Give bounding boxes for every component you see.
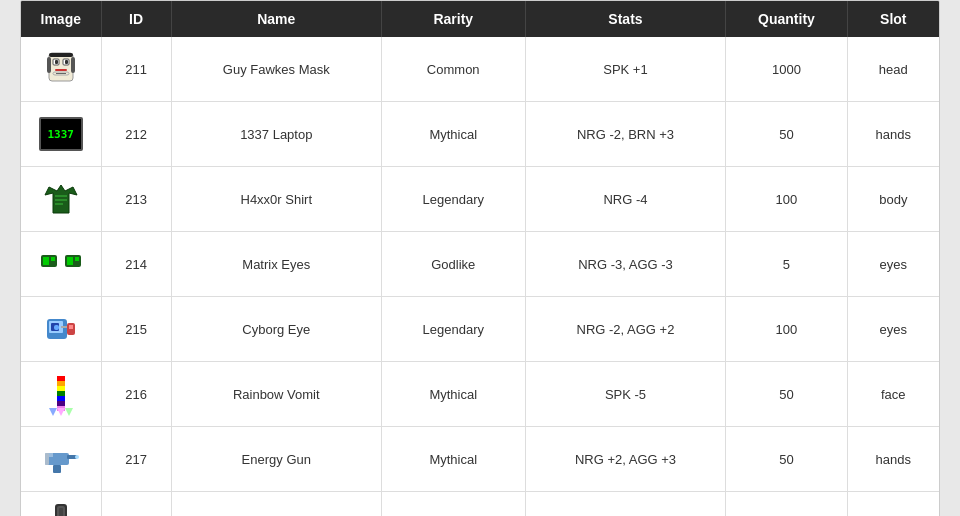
cell-image: [21, 232, 101, 297]
cell-image: 1337: [21, 102, 101, 167]
cell-id: 214: [101, 232, 171, 297]
cell-name: Guy Fawkes Mask: [171, 37, 381, 102]
cell-image: [21, 297, 101, 362]
svg-rect-10: [71, 57, 75, 73]
cell-id: 216: [101, 362, 171, 427]
col-image: Image: [21, 1, 101, 37]
cell-slot: head: [847, 37, 939, 102]
cell-rarity: Uncommon: [381, 492, 525, 517]
svg-rect-7: [56, 73, 66, 74]
table-row: 213H4xx0r ShirtLegendaryNRG -4100body: [21, 167, 939, 232]
table-row: 217Energy GunMythicalNRG +2, AGG +350han…: [21, 427, 939, 492]
svg-rect-20: [75, 257, 79, 261]
item-icon-mohawk: [37, 500, 85, 516]
cell-stats: NRG -2, AGG +2: [525, 297, 726, 362]
svg-rect-4: [65, 60, 68, 64]
cell-id: 212: [101, 102, 171, 167]
svg-rect-14: [55, 203, 63, 205]
cell-quantity: 50: [726, 102, 847, 167]
cell-rarity: Common: [381, 37, 525, 102]
cell-slot: eyes: [847, 232, 939, 297]
cell-stats: SPK +1: [525, 37, 726, 102]
col-name: Name: [171, 1, 381, 37]
cell-name: Energy Gun: [171, 427, 381, 492]
cell-quantity: 500: [726, 492, 847, 517]
table-row: 215Cyborg EyeLegendaryNRG -2, AGG +2100e…: [21, 297, 939, 362]
svg-rect-8: [49, 53, 73, 57]
cell-name: Matrix Eyes: [171, 232, 381, 297]
table-row: 218MohawkUncommonNRG +1, AGG +1500head: [21, 492, 939, 517]
item-icon-laptop: 1337: [37, 110, 85, 158]
svg-rect-17: [51, 257, 55, 261]
cell-id: 218: [101, 492, 171, 517]
svg-rect-30: [57, 381, 65, 386]
cell-slot: head: [847, 492, 939, 517]
cell-id: 213: [101, 167, 171, 232]
svg-rect-29: [57, 376, 65, 381]
cell-name: Cyborg Eye: [171, 297, 381, 362]
col-id: ID: [101, 1, 171, 37]
svg-rect-12: [55, 195, 67, 197]
cell-slot: eyes: [847, 297, 939, 362]
cell-quantity: 5: [726, 232, 847, 297]
svg-rect-41: [53, 465, 61, 473]
cell-stats: NRG +1, AGG +1: [525, 492, 726, 517]
col-quantity: Quantity: [726, 1, 847, 37]
svg-point-43: [75, 455, 79, 459]
table-header-row: Image ID Name Rarity Stats Quantity Slot: [21, 1, 939, 37]
table-row: 214Matrix EyesGodlikeNRG -3, AGG -35eyes: [21, 232, 939, 297]
item-icon-cyborg: [37, 305, 85, 353]
svg-rect-3: [55, 60, 58, 64]
cell-rarity: Mythical: [381, 427, 525, 492]
cell-name: H4xx0r Shirt: [171, 167, 381, 232]
svg-rect-0: [49, 53, 73, 81]
svg-rect-13: [55, 199, 67, 201]
cell-id: 211: [101, 37, 171, 102]
svg-marker-37: [57, 408, 65, 416]
item-icon-gun: [37, 435, 85, 483]
cell-slot: hands: [847, 427, 939, 492]
cell-stats: SPK -5: [525, 362, 726, 427]
cell-image: [21, 362, 101, 427]
cell-quantity: 100: [726, 167, 847, 232]
cell-name: 1337 Laptop: [171, 102, 381, 167]
cell-stats: NRG -3, AGG -3: [525, 232, 726, 297]
col-rarity: Rarity: [381, 1, 525, 37]
col-stats: Stats: [525, 1, 726, 37]
cell-quantity: 50: [726, 427, 847, 492]
cell-stats: NRG -2, BRN +3: [525, 102, 726, 167]
svg-rect-19: [67, 257, 73, 265]
cell-image: [21, 167, 101, 232]
item-icon-eyes: [37, 240, 85, 288]
cell-id: 215: [101, 297, 171, 362]
svg-rect-26: [69, 325, 73, 329]
item-icon-shirt: [37, 175, 85, 223]
svg-marker-38: [65, 408, 73, 416]
svg-rect-44: [45, 453, 49, 465]
cell-quantity: 50: [726, 362, 847, 427]
svg-rect-9: [47, 57, 51, 73]
svg-rect-16: [43, 257, 49, 265]
cell-image: [21, 427, 101, 492]
cell-stats: NRG -4: [525, 167, 726, 232]
items-table: Image ID Name Rarity Stats Quantity Slot…: [21, 1, 939, 516]
table-row: 13372121337 LaptopMythicalNRG -2, BRN +3…: [21, 102, 939, 167]
cell-image: [21, 37, 101, 102]
svg-rect-47: [59, 508, 63, 516]
cell-id: 217: [101, 427, 171, 492]
svg-rect-5: [55, 69, 67, 71]
main-table-wrapper: Image ID Name Rarity Stats Quantity Slot…: [20, 0, 940, 516]
col-slot: Slot: [847, 1, 939, 37]
cell-rarity: Legendary: [381, 167, 525, 232]
cell-name: Rainbow Vomit: [171, 362, 381, 427]
cell-slot: body: [847, 167, 939, 232]
cell-rarity: Legendary: [381, 297, 525, 362]
cell-rarity: Mythical: [381, 102, 525, 167]
cell-stats: NRG +2, AGG +3: [525, 427, 726, 492]
cell-slot: face: [847, 362, 939, 427]
table-row: 211Guy Fawkes MaskCommonSPK +11000head: [21, 37, 939, 102]
cell-rarity: Godlike: [381, 232, 525, 297]
table-row: 216Rainbow VomitMythicalSPK -550face: [21, 362, 939, 427]
cell-image: [21, 492, 101, 517]
cell-slot: hands: [847, 102, 939, 167]
